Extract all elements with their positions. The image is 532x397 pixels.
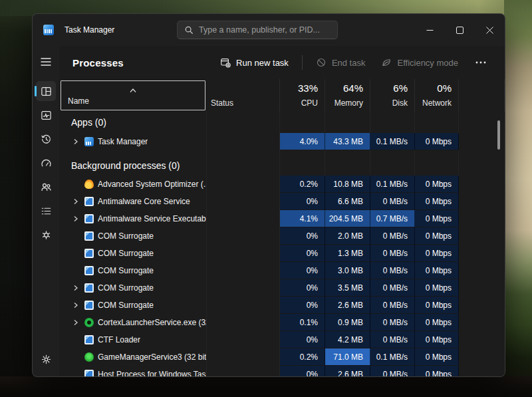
sidebar-item-performance[interactable] (33, 103, 59, 127)
process-row[interactable]: GameManagerService3 (32 bit) 0.2% 71.0 M… (59, 348, 505, 366)
sidebar-item-startup-apps[interactable] (33, 151, 59, 175)
expand-chevron-icon[interactable] (71, 138, 80, 145)
app-history-icon (41, 134, 52, 145)
process-icon (84, 370, 94, 376)
cell-disk: 0 MB/s (370, 366, 415, 376)
cell-cpu: 0% (280, 262, 325, 279)
cell-memory: 4.2 MB (325, 331, 370, 348)
column-header-name[interactable]: Name (61, 80, 205, 110)
cell-status (207, 227, 280, 245)
cell-status (207, 279, 280, 297)
sidebar-item-app-history[interactable] (33, 127, 59, 151)
cell-memory: 43.3 MB (325, 133, 370, 150)
cpu-total-usage: 33% (298, 82, 318, 94)
column-label-status: Status (211, 98, 233, 108)
process-row[interactable]: Advanced System Optimizer (... 0.2% 10.8… (59, 176, 505, 193)
cell-cpu: 0.2% (280, 348, 325, 366)
process-name-cell: Antimalware Service Executable (59, 210, 207, 227)
cell-disk: 0.1 MB/s (370, 348, 415, 366)
sidebar-item-users[interactable] (33, 175, 59, 199)
cell-filler (459, 297, 505, 314)
process-name-cell: Task Manager (59, 133, 207, 150)
expand-chevron-icon[interactable] (71, 302, 80, 309)
process-name: Host Process for Windows Tas (98, 370, 206, 376)
process-row[interactable]: COM Surrogate 0% 3.5 MB 0 MB/s 0 Mbps (59, 279, 505, 297)
minimize-button[interactable] (415, 19, 445, 41)
search-input[interactable] (199, 25, 331, 35)
column-header-status[interactable]: Status (207, 79, 280, 112)
maximize-button[interactable] (445, 19, 475, 41)
process-row[interactable]: CortexLauncherService.exe (32 ... 0.1% 0… (59, 314, 505, 331)
cell-filler (459, 193, 505, 210)
process-row[interactable]: COM Surrogate 0% 3.0 MB 0 MB/s 0 Mbps (59, 262, 505, 279)
cell-network: 0 Mbps (415, 245, 459, 262)
process-row[interactable]: Host Process for Windows Tas 0% 2.6 MB 0… (59, 366, 505, 376)
cell-disk: 0 MB/s (370, 314, 415, 331)
cell-disk: 0 MB/s (370, 297, 415, 314)
sidebar-item-services[interactable] (33, 223, 59, 247)
cell-status (207, 176, 280, 193)
search-box[interactable] (177, 21, 338, 39)
cell-cpu: 0% (280, 193, 325, 210)
cell-status (207, 262, 280, 279)
navigation-menu-button[interactable] (33, 51, 59, 72)
process-icon (84, 214, 94, 223)
more-options-button[interactable] (469, 57, 493, 68)
process-row[interactable]: Task Manager 4.0% 43.3 MB 0.1 MB/s 0 Mbp… (59, 133, 505, 150)
expand-chevron-icon[interactable] (71, 319, 80, 326)
sidebar (33, 46, 59, 376)
end-task-button[interactable]: End task (311, 53, 371, 72)
sidebar-item-settings[interactable] (33, 348, 59, 370)
wallpaper-lake (504, 0, 532, 397)
process-icon (84, 318, 94, 327)
efficiency-mode-button[interactable]: Efficiency mode (376, 53, 464, 72)
group-header-label: Apps (0) (71, 117, 106, 128)
vertical-scrollbar[interactable] (497, 120, 500, 150)
process-row[interactable]: COM Surrogate 0% 2.0 MB 0 MB/s 0 Mbps (59, 227, 505, 245)
process-row[interactable]: CTF Loader 0% 4.2 MB 0 MB/s 0 Mbps (59, 331, 505, 348)
cell-network: 0 Mbps (415, 348, 459, 366)
processes-page: Processes Run new task End task Efficien… (59, 46, 505, 376)
cell-network: 0 Mbps (415, 176, 459, 193)
cell-status (207, 314, 280, 331)
sidebar-item-details[interactable] (33, 199, 59, 223)
run-new-task-button[interactable]: Run new task (215, 53, 294, 72)
group-header-row[interactable]: Apps (0) (59, 112, 505, 133)
column-header-network[interactable]: 0% Network (415, 79, 459, 112)
process-row[interactable]: Antimalware Service Executable 4.1% 204.… (59, 210, 505, 227)
close-icon (486, 27, 493, 34)
column-header-disk[interactable]: 6% Disk (370, 79, 415, 112)
process-name: COM Surrogate (98, 283, 154, 293)
sidebar-item-processes[interactable] (33, 79, 59, 103)
column-header-cpu[interactable]: 33% CPU (280, 79, 325, 112)
expand-chevron-icon[interactable] (71, 198, 80, 205)
sort-ascending-icon (129, 84, 137, 96)
process-row[interactable]: COM Surrogate 0% 2.6 MB 0 MB/s 0 Mbps (59, 297, 505, 314)
cell-cpu: 0% (280, 227, 325, 245)
column-label-network: Network (422, 98, 452, 108)
cell-network: 0 Mbps (415, 297, 459, 314)
cell-disk: 0 MB/s (370, 331, 415, 348)
cell-cpu: 0% (280, 245, 325, 262)
expand-chevron-icon[interactable] (71, 215, 80, 222)
close-button[interactable] (475, 19, 505, 41)
process-row[interactable]: Antimalware Core Service 0% 6.6 MB 0 MB/… (59, 193, 505, 210)
task-manager-window: Task Manager (32, 13, 505, 377)
group-header-row[interactable]: Background processes (0) (59, 150, 505, 176)
cell-status (207, 210, 280, 227)
cell-cpu: 4.1% (280, 210, 325, 227)
cell-disk: 0 MB/s (370, 279, 415, 297)
process-row[interactable]: COM Surrogate 0% 1.3 MB 0 MB/s 0 Mbps (59, 245, 505, 262)
network-total-usage: 0% (437, 82, 452, 94)
titlebar[interactable]: Task Manager (33, 14, 505, 46)
group-header-label: Background processes (0) (71, 160, 180, 171)
column-header-memory[interactable]: 64% Memory (325, 79, 370, 112)
users-icon (41, 182, 52, 193)
cell-memory: 10.8 MB (325, 176, 370, 193)
process-icon (84, 301, 94, 310)
expand-chevron-icon[interactable] (71, 285, 80, 291)
process-name: COM Surrogate (98, 301, 154, 310)
process-name-cell: Antimalware Core Service (59, 193, 207, 210)
process-table: Name Status 33% CPU 64% Memory 6% (59, 79, 505, 376)
column-label-memory: Memory (334, 98, 363, 108)
